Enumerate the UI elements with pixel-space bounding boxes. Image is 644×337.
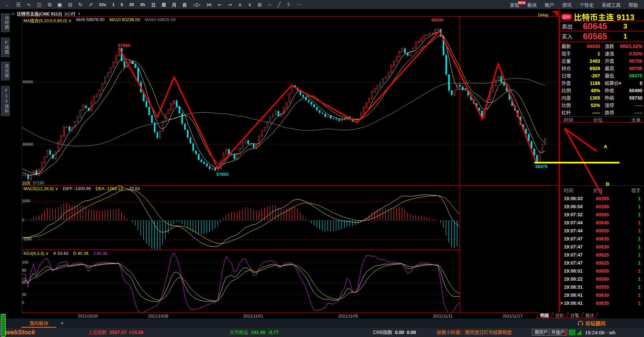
- quote-label: 昨收: [605, 87, 614, 94]
- macd-axis-label: -1000: [22, 237, 32, 241]
- sidebar-tab-分时图[interactable]: 分时图: [1, 13, 10, 32]
- quote-label: 最新: [561, 43, 571, 50]
- date-axis-label: 2021/10/26: [148, 314, 168, 319]
- tab-统计[interactable]: 统计: [582, 312, 598, 318]
- split-icon[interactable]: ◁▷: [190, 0, 204, 9]
- quote-label: 现手: [561, 50, 571, 57]
- trade-row[interactable]: 19:07:32605851: [560, 211, 644, 218]
- my-board-tab[interactable]: 我的板块: [21, 320, 56, 328]
- macd-diff-value: DIFF -1300.95: [63, 186, 91, 191]
- tab-分笔[interactable]: 分笔: [567, 312, 583, 318]
- col-qty-header: 现手: [631, 187, 641, 193]
- line-chart-icon[interactable]: ∿: [23, 0, 34, 9]
- account-button-期货户[interactable]: 期货户: [532, 329, 550, 336]
- page-right-icon[interactable]: ⇒: [225, 0, 235, 9]
- period-button-自[interactable]: 自: [179, 1, 190, 8]
- forum-link[interactable]: 论坛提问: [578, 320, 605, 327]
- period-button-30[interactable]: 30: [126, 2, 137, 7]
- bid-row[interactable]: 买入 60565 1: [560, 31, 644, 41]
- menu-板块[interactable]: 板块: [523, 1, 541, 8]
- period-button-1[interactable]: 1: [109, 2, 118, 7]
- trade-time: 19:07:32: [564, 211, 583, 218]
- trade-price: 60625: [591, 251, 614, 259]
- date-axis-label: 2021/10/20: [78, 314, 98, 319]
- col-time-header: 时间: [564, 187, 573, 193]
- save-icon[interactable]: ⊟: [65, 0, 75, 9]
- sidebar-tab-K线图[interactable]: K线图: [1, 38, 10, 57]
- period-button-周[interactable]: 周: [159, 1, 169, 8]
- trade-row[interactable]: 19:07:47606251: [560, 259, 644, 267]
- add-board-button[interactable]: +: [60, 320, 64, 327]
- ma-indicator-header[interactable]: MA组合(5,10,0,0,60,0) ∨ MA5 59976.00 MA10 …: [23, 17, 175, 23]
- sidebar-tab-F10资料[interactable]: F10资料: [1, 86, 10, 116]
- trade-row[interactable]: >19:08:41606351: [560, 299, 644, 307]
- instrument-title[interactable]: 比特币主连(CME 9113): [17, 10, 62, 17]
- sidebar-tab-资讯链[interactable]: 资讯链: [1, 62, 10, 80]
- quote-value: 1305: [577, 94, 600, 102]
- candlestick-icon[interactable]: ◫: [34, 0, 45, 9]
- chevron-down-icon[interactable]: ∨: [78, 11, 80, 16]
- menu-发现[interactable]: 发现NEW: [506, 1, 523, 8]
- trade-row[interactable]: 19:06:03603951: [560, 195, 644, 202]
- keyboard-wizard-icon[interactable]: [569, 330, 575, 335]
- price-axis-label: 60000: [23, 142, 33, 146]
- account-button-外盘户[interactable]: 外盘户: [549, 329, 567, 336]
- zoom-in-icon[interactable]: ∧: [235, 0, 245, 9]
- more-icon[interactable]: ⋯: [294, 0, 305, 9]
- quote-value: -207: [577, 72, 600, 79]
- menu-帮助[interactable]: 帮助: [625, 1, 642, 8]
- kdj-axis-label: 0: [22, 300, 24, 304]
- trade-row[interactable]: 19:08:22605801: [560, 275, 644, 283]
- menu-个性化[interactable]: 个性化: [576, 1, 598, 8]
- trade-row[interactable]: 19:07:44606451: [560, 219, 644, 226]
- kdj-indicator-header[interactable]: KDJ(9,3,3) ∨ K 53.63 D 40.26 J 80.38: [23, 251, 107, 256]
- quote-label: 昨结: [605, 94, 614, 102]
- ask-row[interactable]: 卖出 60645 3: [560, 21, 644, 31]
- trade-time: 19:07:44: [564, 227, 583, 234]
- quote-label: 比例: [561, 87, 571, 94]
- quote-list-icon[interactable]: ☰: [13, 0, 23, 9]
- trade-row[interactable]: 19:08:01606501: [560, 267, 644, 275]
- arrow-tool-icon[interactable]: ⇧: [283, 0, 294, 9]
- menu-资讯[interactable]: 资讯: [558, 1, 576, 8]
- page-left-icon[interactable]: ⇐: [215, 0, 225, 9]
- back-icon[interactable]: ←: [2, 0, 13, 9]
- ask-price[interactable]: 60645: [577, 21, 613, 32]
- delay-label: Delay: [538, 13, 548, 17]
- trade-time: 19:08:41: [564, 299, 583, 307]
- bid-price[interactable]: 60565: [577, 31, 613, 42]
- hline-tool-icon[interactable]: ─: [265, 0, 275, 9]
- period-button-10s[interactable]: 10s: [96, 2, 109, 7]
- kdj-title[interactable]: KDJ(9,3,3) ∨: [23, 251, 49, 256]
- trade-row[interactable]: 19:08:41606301: [560, 291, 644, 299]
- menu-系统工具[interactable]: 系统工具: [598, 1, 625, 8]
- trade-row[interactable]: 19:07:47606251: [560, 251, 644, 259]
- period-button-日[interactable]: 日: [148, 1, 159, 8]
- multi-chart-icon[interactable]: ⧉: [45, 0, 54, 9]
- merge-icon[interactable]: ⋈: [204, 0, 215, 9]
- trendline-tool-icon[interactable]: ╱: [274, 0, 283, 9]
- macd-title[interactable]: MACD(12,26,9) ∨: [23, 186, 58, 191]
- trend-tool-icon[interactable]: ⇗: [86, 0, 96, 9]
- ma-set-label[interactable]: MA组合(5,10,0,0,60,0) ∨: [23, 17, 71, 23]
- trade-row[interactable]: 19:07:47606301: [560, 243, 644, 250]
- period-selector[interactable]: 3小时: [64, 10, 75, 17]
- trade-row[interactable]: 19:06:04603901: [560, 203, 644, 210]
- trade-row[interactable]: 19:07:47606351: [560, 235, 644, 242]
- period-button-5[interactable]: 5: [118, 2, 126, 7]
- trade-row[interactable]: 19:07:44606501: [560, 227, 644, 234]
- price-axis-label: 65000: [23, 80, 33, 84]
- zoom-out-icon[interactable]: ∨: [245, 0, 255, 9]
- macd-indicator-header[interactable]: MACD(12,26,9) ∨ DIFF -1300.95 DEA -1263.…: [23, 186, 140, 191]
- tab-明细[interactable]: 明细: [536, 312, 552, 318]
- period-button-3h[interactable]: 3h: [137, 2, 148, 7]
- window-layout-icon[interactable]: ⊞: [255, 0, 265, 9]
- trade-time: 19:07:47: [564, 243, 583, 250]
- menu-账户[interactable]: 账户: [541, 1, 558, 8]
- refresh-icon[interactable]: ↻: [75, 0, 86, 9]
- tab-分价[interactable]: 分价: [551, 312, 568, 318]
- forum-link-label[interactable]: 论坛提问: [585, 320, 605, 327]
- period-button-月[interactable]: 月: [169, 1, 179, 8]
- trade-row[interactable]: 19:08:31605551: [560, 283, 644, 291]
- chart-grid-icon[interactable]: ▣: [54, 0, 65, 9]
